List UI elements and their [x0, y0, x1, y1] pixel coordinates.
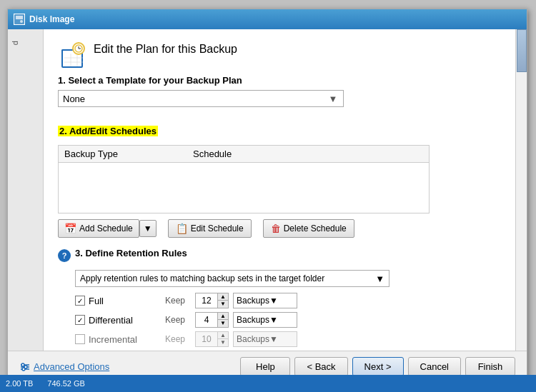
add-icon: 📅: [64, 223, 76, 234]
title-bar: Disk Image: [8, 9, 527, 29]
step2-section: 2. Add/Edit Schedules Backup Type Schedu…: [58, 116, 501, 238]
step3-section: ? 3. Define Retention Rules Apply retent…: [58, 248, 501, 361]
retention-rows: Full Keep ▲ ▼ Backups ▼: [75, 293, 501, 347]
differential-spinner-down[interactable]: ▼: [218, 320, 228, 327]
retention-dropdown-arrow: ▼: [375, 273, 384, 284]
retention-row-differential: Differential Keep ▲ ▼ Backups ▼: [75, 312, 501, 328]
template-dropdown[interactable]: None ▼: [58, 90, 344, 107]
scrollbar[interactable]: [515, 29, 527, 382]
svg-point-15: [22, 368, 25, 371]
retention-dropdown[interactable]: Apply retention rules to matching backup…: [75, 270, 389, 287]
incremental-spinner-btns: ▲ ▼: [217, 332, 228, 346]
advanced-options-label: Advanced Options: [34, 361, 109, 372]
schedule-buttons: 📅 Add Schedule ▼ 📋 Edit Schedule 🗑 Delet…: [58, 219, 501, 238]
full-type-dropdown[interactable]: Backups ▼: [233, 293, 297, 308]
full-keep-input[interactable]: [196, 293, 217, 308]
svg-point-2: [20, 20, 23, 23]
incremental-label: Incremental: [89, 334, 137, 345]
incremental-spinner-down: ▼: [218, 339, 228, 346]
incremental-checkbox[interactable]: [75, 334, 85, 344]
retention-row-incremental: Incremental Keep ▲ ▼ Backups ▼: [75, 331, 501, 347]
svg-point-13: [21, 363, 24, 366]
schedule-table: Backup Type Schedule: [58, 145, 430, 213]
main-window: Disk Image d: [7, 9, 527, 383]
full-spinner[interactable]: ▲ ▼: [195, 293, 229, 308]
full-spinner-down[interactable]: ▼: [218, 301, 228, 308]
storage-1: 2.00 TB: [6, 379, 33, 388]
sidebar-label: d: [8, 35, 22, 51]
step3-header-row: ? 3. Define Retention Rules: [58, 248, 501, 263]
template-dropdown-arrow: ▼: [327, 93, 339, 104]
delete-schedule-button[interactable]: 🗑 Delete Schedule: [263, 219, 354, 238]
full-spinner-btns: ▲ ▼: [217, 293, 228, 308]
advanced-options-link[interactable]: Advanced Options: [19, 361, 109, 373]
back-button[interactable]: < Back: [294, 357, 347, 376]
cancel-button[interactable]: Cancel: [408, 357, 461, 376]
differential-spinner-up[interactable]: ▲: [218, 313, 228, 320]
incremental-keep-input: [196, 332, 217, 346]
help-circle-icon[interactable]: ?: [58, 249, 71, 262]
edit-schedule-button[interactable]: 📋 Edit Schedule: [168, 219, 252, 238]
step2-label: 2. Add/Edit Schedules: [58, 126, 158, 136]
full-spinner-up[interactable]: ▲: [218, 293, 228, 301]
differential-keep-label: Keep: [165, 315, 191, 325]
title-bar-text: Disk Image: [29, 14, 74, 24]
window-body: d: [8, 29, 527, 382]
calendar-clock-icon: [58, 41, 86, 69]
add-schedule-btn-main[interactable]: 📅 Add Schedule: [58, 219, 139, 238]
differential-keep-input[interactable]: [196, 313, 217, 327]
differential-type-dropdown[interactable]: Backups ▼: [233, 312, 297, 328]
schedule-table-body: [59, 163, 429, 213]
advanced-options-icon: [19, 361, 31, 373]
differential-spinner[interactable]: ▲ ▼: [195, 312, 229, 328]
incremental-type-dropdown: Backups ▼: [233, 331, 297, 347]
incremental-keep-label: Keep: [165, 334, 191, 344]
delete-icon: 🗑: [271, 223, 281, 234]
full-label: Full: [89, 296, 104, 306]
page-title: Edit the Plan for this Backup: [94, 43, 237, 56]
differential-checkbox[interactable]: [75, 315, 85, 325]
full-checkbox-wrapper: Full: [75, 296, 161, 306]
add-schedule-button[interactable]: 📅 Add Schedule ▼: [58, 219, 157, 238]
differential-spinner-btns: ▲ ▼: [217, 313, 228, 327]
differential-label: Differential: [89, 315, 133, 326]
scrollbar-thumb[interactable]: [517, 29, 527, 72]
full-keep-label: Keep: [165, 296, 191, 306]
bottom-strip: 2.00 TB 746.52 GB: [0, 375, 536, 392]
svg-rect-1: [16, 16, 23, 19]
incremental-checkbox-wrapper: Incremental: [75, 334, 161, 345]
storage-2: 746.52 GB: [47, 379, 85, 388]
edit-icon: 📋: [176, 223, 188, 234]
next-button[interactable]: Next >: [352, 357, 404, 376]
footer-buttons: Help < Back Next > Cancel Finish: [240, 357, 515, 376]
col-schedule: Schedule: [193, 149, 423, 159]
page-header: Edit the Plan for this Backup: [58, 41, 501, 69]
finish-button[interactable]: Finish: [465, 357, 515, 376]
differential-checkbox-wrapper: Differential: [75, 315, 161, 326]
retention-row-full: Full Keep ▲ ▼ Backups ▼: [75, 293, 501, 308]
left-sidebar: d: [8, 29, 44, 382]
window-icon: [14, 14, 25, 25]
full-checkbox[interactable]: [75, 296, 85, 306]
incremental-spinner: ▲ ▼: [195, 331, 229, 347]
main-panel: Edit the Plan for this Backup 1. Select …: [44, 29, 515, 382]
step1-label: 1. Select a Template for your Backup Pla…: [58, 75, 501, 86]
incremental-spinner-up: ▲: [218, 332, 228, 339]
step3-label: 3. Define Retention Rules: [75, 248, 187, 258]
col-backup-type: Backup Type: [64, 149, 193, 159]
add-schedule-dropdown-arrow[interactable]: ▼: [139, 220, 157, 237]
help-button[interactable]: Help: [240, 357, 290, 376]
schedule-table-header: Backup Type Schedule: [59, 146, 429, 163]
